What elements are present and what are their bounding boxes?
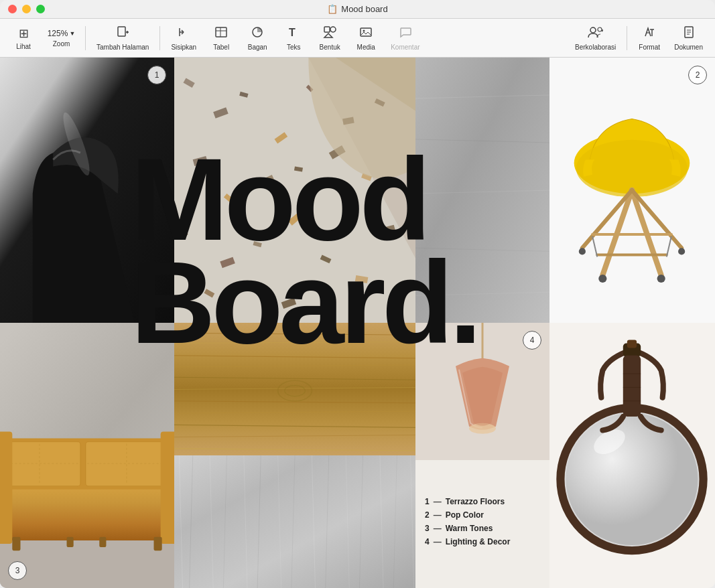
svg-rect-128 <box>623 356 641 417</box>
collaborate-icon <box>588 25 604 42</box>
sidebar-icon: ⊞ <box>19 26 29 41</box>
svg-rect-82 <box>0 431 12 544</box>
svg-rect-85 <box>154 537 162 550</box>
toolbar: ⊞ Lihat 125% ▼ Zoom Tambah Halaman <box>0 19 715 58</box>
page-badge-1: 1 <box>147 66 166 84</box>
toolbar-tabel[interactable]: Tabel <box>204 23 238 54</box>
cell-wood-fur <box>174 323 415 588</box>
svg-rect-84 <box>12 537 20 550</box>
format-icon <box>643 25 656 42</box>
svg-point-17 <box>590 27 596 33</box>
cell-leather-sofa: 3 <box>0 323 174 588</box>
bentuk-label: Bentuk <box>320 44 340 51</box>
toolbar-tambah[interactable]: Tambah Halaman <box>91 23 154 54</box>
media-label: Media <box>357 44 375 51</box>
titlebar: 📋 Mood board <box>0 0 715 19</box>
svg-rect-86 <box>67 537 74 547</box>
svg-point-18 <box>598 27 602 31</box>
add-page-icon <box>116 25 129 42</box>
table-icon <box>214 25 228 42</box>
text-icon: T <box>287 25 300 42</box>
chart-icon <box>251 25 264 42</box>
window-controls <box>8 5 45 13</box>
media-icon <box>359 25 373 42</box>
svg-rect-0 <box>118 27 125 36</box>
minimize-button[interactable] <box>22 5 31 13</box>
cell-yellow-chair: 2 <box>549 58 715 323</box>
legend-area: 1 — Terrazzo Floors 2 — Pop Color 3 — Wa… <box>415 460 549 588</box>
page-badge-4: 4 <box>523 331 541 350</box>
svg-point-16 <box>363 29 365 31</box>
lihat-label: Lihat <box>16 43 31 50</box>
document-toolbar-icon <box>682 25 696 42</box>
toolbar-teks[interactable]: T Teks <box>277 23 310 54</box>
tambah-label: Tambah Halaman <box>96 44 149 51</box>
toolbar-format[interactable]: Format <box>633 23 666 54</box>
svg-rect-15 <box>361 28 371 36</box>
toolbar-sisipkan[interactable]: Sisipkan <box>166 23 202 54</box>
cell-mirror <box>549 323 715 588</box>
svg-point-13 <box>330 27 336 32</box>
canvas-area: 1 <box>0 58 715 588</box>
svg-rect-83 <box>161 431 174 544</box>
window-title: 📋 Mood board <box>327 4 387 14</box>
document-icon: 📋 <box>327 4 338 14</box>
komentar-label: Komentar <box>391 44 419 51</box>
cell-terrazzo <box>174 58 415 323</box>
zoom-value: 125% ▼ <box>48 29 76 38</box>
cell-concrete <box>415 58 549 323</box>
bagan-label: Bagan <box>248 44 267 51</box>
toolbar-dokumen[interactable]: Dokumen <box>669 23 708 54</box>
svg-point-67 <box>579 248 586 254</box>
svg-point-66 <box>657 275 665 283</box>
sisipkan-label: Sisipkan <box>171 44 196 51</box>
toolbar-divider-2 <box>159 26 160 50</box>
svg-rect-73 <box>0 534 174 588</box>
teks-label: Teks <box>287 44 301 51</box>
toolbar-bentuk[interactable]: Bentuk <box>313 23 346 54</box>
toolbar-berkolaborasi[interactable]: Berkolaborasi <box>570 23 621 54</box>
svg-rect-12 <box>324 27 330 32</box>
legend-item-1: 1 — Terrazzo Floors <box>425 497 540 506</box>
toolbar-komentar[interactable]: Komentar <box>385 23 425 54</box>
close-button[interactable] <box>8 5 17 13</box>
maximize-button[interactable] <box>36 5 45 13</box>
page-badge-3: 3 <box>8 561 27 580</box>
page-badge-2: 2 <box>688 66 707 84</box>
toolbar-divider-3 <box>627 26 627 50</box>
insert-icon <box>177 25 190 42</box>
svg-point-65 <box>598 275 606 283</box>
berkolaborasi-label: Berkolaborasi <box>575 44 616 51</box>
cell-leather-chair: 1 <box>0 58 174 323</box>
moodboard: 1 <box>0 58 715 588</box>
legend-item-2: 2 — Pop Color <box>425 510 540 520</box>
cell-pendant-legend: 1 — Terrazzo Floors 2 — Pop Color 3 — Wa… <box>415 323 549 588</box>
toolbar-bagan[interactable]: Bagan <box>241 23 274 54</box>
dokumen-label: Dokumen <box>674 44 703 51</box>
shape-icon <box>323 25 336 42</box>
svg-rect-7 <box>216 27 226 37</box>
svg-rect-74 <box>0 486 174 540</box>
toolbar-lihat[interactable]: ⊞ Lihat <box>7 23 40 53</box>
title-text: Mood board <box>341 4 387 14</box>
tabel-label: Tabel <box>213 44 229 51</box>
toolbar-zoom[interactable]: 125% ▼ Zoom <box>43 26 80 50</box>
toolbar-media[interactable]: Media <box>349 23 383 54</box>
svg-rect-123 <box>627 340 637 348</box>
toolbar-divider-1 <box>85 26 86 50</box>
svg-point-126 <box>566 413 698 545</box>
svg-marker-14 <box>324 33 332 38</box>
format-label: Format <box>639 44 660 51</box>
comment-icon <box>399 25 412 42</box>
svg-rect-50 <box>415 58 549 323</box>
svg-rect-87 <box>99 537 106 547</box>
zoom-label: Zoom <box>53 40 70 48</box>
legend-item-4: 4 — Lighting & Decor <box>425 537 540 546</box>
svg-point-68 <box>678 248 685 254</box>
legend-item-3: 3 — Warm Tones <box>425 524 540 533</box>
svg-text:T: T <box>289 27 296 38</box>
